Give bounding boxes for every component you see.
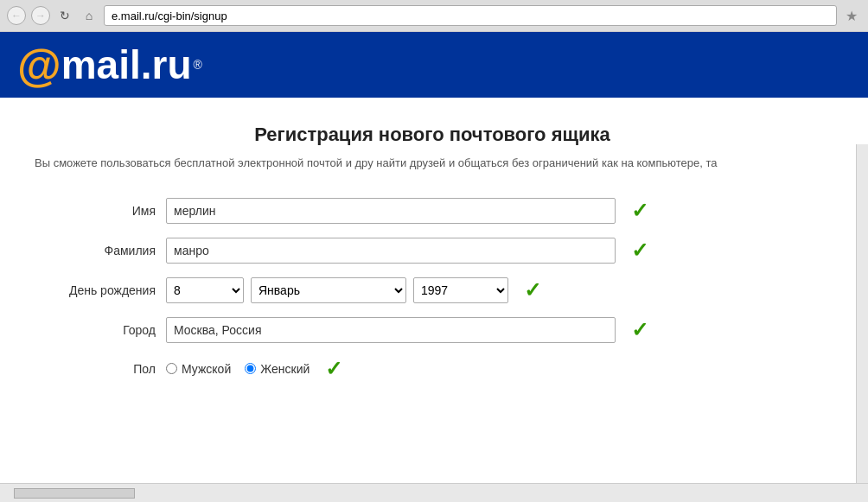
first-name-input[interactable] (166, 198, 616, 224)
city-input[interactable] (166, 317, 616, 343)
site-header: @ mail .ru ® (0, 32, 868, 98)
birthday-month-select[interactable]: Январь Февраль Март Апрель Май Июнь Июль… (251, 277, 406, 303)
birthday-year-select[interactable]: 1997 for(let y=2010;y>=1920;y--){ if(y!=… (413, 277, 508, 303)
back-button[interactable]: ← (7, 6, 26, 25)
registration-form: Регистрация нового почтового ящика Вы см… (0, 98, 865, 421)
gender-female-label: Женский (260, 362, 310, 376)
page-content: @ mail .ru ® Регистрация нового почтовог… (0, 32, 868, 499)
birthday-day-select[interactable]: 8 for(let i=1;i<=31;i++){ if(i!==8) docu… (166, 277, 244, 303)
birthday-row: День рождения 8 for(let i=1;i<=31;i++){ … (35, 277, 830, 303)
logo-at: @ (17, 42, 61, 87)
last-name-input[interactable] (166, 238, 616, 264)
first-name-label: Имя (35, 204, 156, 218)
refresh-button[interactable]: ↻ (55, 6, 74, 25)
gender-male-radio[interactable] (166, 363, 177, 374)
gender-female-radio[interactable] (245, 363, 256, 374)
city-label: Город (35, 323, 156, 337)
page-wrapper: @ mail .ru ® Регистрация нового почтовог… (0, 32, 868, 499)
logo-ru: .ru (141, 45, 192, 85)
page-description: Вы сможете пользоваться бесплатной элект… (35, 155, 830, 172)
gender-male-option[interactable]: Мужской (166, 362, 231, 376)
birthday-label: День рождения (35, 283, 156, 297)
city-row: Город ✓ (35, 317, 830, 343)
logo-registered: ® (194, 58, 202, 72)
logo: @ mail .ru ® (17, 42, 202, 87)
gender-male-label: Мужской (182, 362, 231, 376)
progress-bar (14, 488, 135, 499)
bookmark-icon[interactable]: ★ (842, 6, 861, 25)
gender-row: Пол Мужской Женский ✓ (35, 357, 830, 381)
forward-button[interactable]: → (31, 6, 50, 25)
gender-check: ✓ (325, 357, 342, 381)
gender-female-option[interactable]: Женский (245, 362, 310, 376)
gender-options: Мужской Женский (166, 362, 310, 376)
first-name-check: ✓ (631, 199, 648, 223)
birthday-check: ✓ (524, 278, 541, 302)
status-bar (0, 483, 868, 502)
browser-chrome: ← → ↻ ⌂ ★ (0, 0, 868, 32)
last-name-check: ✓ (631, 238, 648, 263)
gender-label: Пол (35, 362, 156, 376)
browser-toolbar: ← → ↻ ⌂ ★ (0, 0, 868, 31)
home-button[interactable]: ⌂ (80, 6, 99, 25)
last-name-label: Фамилия (35, 244, 156, 257)
birthday-selects: 8 for(let i=1;i<=31;i++){ if(i!==8) docu… (166, 277, 508, 303)
first-name-row: Имя ✓ (35, 198, 830, 224)
city-check: ✓ (631, 318, 648, 342)
scrollbar[interactable] (856, 144, 868, 499)
logo-mail: mail (61, 45, 141, 85)
page-title: Регистрация нового почтового ящика (35, 124, 830, 146)
last-name-row: Фамилия ✓ (35, 238, 830, 264)
address-bar[interactable] (104, 5, 837, 26)
